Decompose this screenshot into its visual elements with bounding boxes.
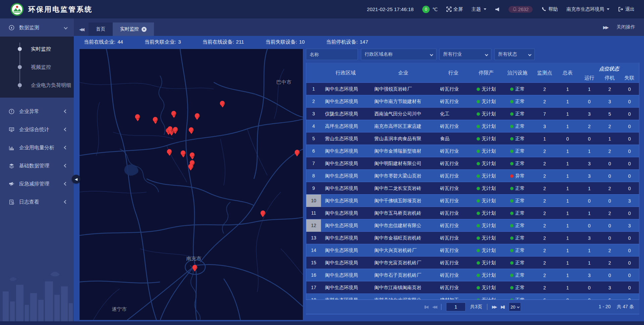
- last-page-button[interactable]: ▶▮: [501, 305, 504, 309]
- row-running: 1: [579, 260, 600, 266]
- row-region: 阆中生态环境局: [321, 248, 370, 254]
- map-collapse-button[interactable]: ◀: [72, 175, 80, 183]
- sidebar-item-power-load-detail[interactable]: 企业电力负荷明细: [0, 76, 74, 94]
- user-dropdown[interactable]: 南充市生态环境局: [567, 6, 609, 12]
- map-city-label: 遂宁市: [112, 306, 127, 312]
- sidebar-group-data-monitor[interactable]: 数据监测: [0, 18, 74, 37]
- sidebar-group-enterprise-stats[interactable]: 企业综合统计: [0, 120, 74, 139]
- map-pin-icon[interactable]: [190, 153, 195, 158]
- stat-item: 当前失联设备:10: [265, 39, 305, 45]
- col-company: 企业: [370, 70, 436, 76]
- row-monitor-points: 2: [533, 198, 556, 204]
- sidebar-group-power-analysis[interactable]: 企业用电量分析: [0, 139, 74, 157]
- row-monitor-points: 2: [533, 186, 556, 191]
- sidebar-group-emergency-reduction[interactable]: 应急减排管理: [0, 175, 74, 193]
- table-row[interactable]: 4 高坪生态环境局 南充市高坪区王家店建 砖瓦行业 无计划 正常: [306, 120, 639, 132]
- page-number-input[interactable]: [446, 303, 466, 311]
- sidebar-group-base-data[interactable]: 基础数据管理: [0, 157, 74, 175]
- tabs-scroll-right-button[interactable]: ▶▶: [603, 25, 608, 30]
- theme-dropdown[interactable]: 主题: [472, 6, 486, 12]
- row-company: 阆中市南方节能建材有: [370, 99, 436, 105]
- facility-status-text: 正常: [515, 260, 525, 266]
- tabs-scroll-left-button[interactable]: ◀◀: [74, 22, 89, 36]
- status-dot-icon: [510, 261, 514, 265]
- map-pin-icon[interactable]: [153, 117, 158, 122]
- sidebar-group-enterprise-abnormal[interactable]: 企业异常: [0, 102, 74, 120]
- sidebar-item-realtime-monitor[interactable]: 实时监控: [0, 40, 74, 58]
- table-row[interactable]: 10 阆中生态环境局 阆中千佛镇五郎垭页岩 砖瓦行业 无计划 正常: [306, 195, 639, 207]
- status-select[interactable]: 所有状态: [494, 49, 535, 60]
- row-region: 阆中生态环境局: [321, 223, 370, 229]
- row-monitor-points: 3: [533, 124, 556, 129]
- close-icon[interactable]: ×: [142, 27, 147, 32]
- table-row[interactable]: 18 南部生态环境局 南部县砂化水泥有限公 建材加工 无计划 正常: [306, 294, 639, 300]
- table-row[interactable]: 12 阆中生态环境局 阆中市忠信建材有限公 砖瓦行业 无计划 正常: [306, 219, 639, 232]
- row-total-meter: 1: [556, 198, 579, 204]
- top-header: 环保用电监管系统 2021-02-25 17:46:18 0 ℃ 全屏 主题: [0, 0, 644, 18]
- notifications-badge[interactable]: 2632: [508, 6, 533, 13]
- first-page-button[interactable]: ▮◀: [424, 305, 428, 309]
- industry-select[interactable]: 所有行业: [439, 49, 491, 60]
- speaker-mute-icon[interactable]: [495, 7, 500, 12]
- map-pin-icon[interactable]: [189, 127, 194, 132]
- row-region: 阆中生态环境局: [321, 185, 370, 192]
- sidebar-group-label: 日志查看: [19, 199, 39, 205]
- help-button[interactable]: 帮助: [541, 6, 558, 12]
- table-row[interactable]: 7 阆中生态环境局 阆中明阳建材有限公司 砖瓦行业 无计划 正常: [306, 157, 639, 170]
- stat-label: 当前在线设备:: [202, 39, 234, 45]
- map-pin-icon[interactable]: [181, 151, 186, 156]
- map-pin-icon[interactable]: [171, 111, 176, 116]
- table-row[interactable]: 17 阆中生态环境局 阆中市江南镇阆南页岩 砖瓦行业 无计划 正常: [306, 281, 639, 294]
- status-dot-icon: [510, 274, 514, 277]
- fullscreen-button[interactable]: 全屏: [446, 6, 463, 12]
- map-pin-icon[interactable]: [192, 265, 197, 270]
- page-size-select[interactable]: 20: [509, 303, 521, 311]
- region-select[interactable]: 行政区域名称: [361, 49, 436, 60]
- row-disconnected: 0: [620, 211, 639, 216]
- table-row[interactable]: 14 阆中生态环境局 阆中大兴页岩机砖厂 砖瓦行业 无计划 正常: [306, 244, 639, 257]
- prev-page-button[interactable]: ◀◀: [432, 305, 436, 309]
- table-row[interactable]: 1 阆中生态环境局 阆中强锐页岩砖厂 砖瓦行业 无计划 正常: [306, 83, 639, 95]
- map-panel[interactable]: 巴中市南充市遂宁市: [79, 49, 303, 320]
- logout-button[interactable]: 退出: [618, 6, 635, 12]
- table-row[interactable]: 9 阆中生态环境局 阆中市二龙长宝页岩砖 砖瓦行业 无计划 正常: [306, 182, 639, 195]
- next-page-button[interactable]: ▶▶: [492, 305, 496, 309]
- row-company: 南充市高坪区王家店建: [370, 123, 436, 129]
- table-row[interactable]: 3 仪陇生态环境局 西南油气田分公司川中 化工 无计划 正常: [306, 108, 639, 120]
- row-industry: 砖瓦行业: [436, 235, 471, 241]
- table-row[interactable]: 15 阆中生态环境局 阆中市光富页岩机砖厂 砖瓦行业 无计划 正常: [306, 257, 639, 269]
- table-row[interactable]: 13 阆中生态环境局 阆中市金福旺页岩机砖 砖瓦行业 无计划 正常: [306, 232, 639, 244]
- row-region: 高坪生态环境局: [321, 123, 370, 129]
- stop-status-text: 无计划: [482, 173, 496, 179]
- map-pin-icon[interactable]: [173, 127, 178, 132]
- phone-icon: [541, 7, 546, 12]
- tab-home[interactable]: 首页: [89, 22, 113, 36]
- row-region: 阆中生态环境局: [321, 198, 370, 204]
- map-pin-icon[interactable]: [168, 126, 173, 131]
- row-stopped: 0: [599, 273, 620, 278]
- map-pin-icon[interactable]: [195, 113, 200, 118]
- stop-status-text: 无计划: [482, 285, 496, 291]
- map-pin-icon[interactable]: [294, 150, 300, 155]
- map-pin-icon[interactable]: [167, 149, 172, 154]
- row-company: 阆中市枣碧大梁山页岩: [370, 173, 436, 179]
- sidebar-item-video-monitor[interactable]: 视频监控: [0, 58, 74, 76]
- row-disconnected: 0: [620, 235, 639, 241]
- map-pin-icon[interactable]: [220, 101, 225, 106]
- table-row[interactable]: 2 阆中生态环境局 阆中市南方节能建材有 砖瓦行业 无计划 正常: [306, 95, 639, 108]
- close-operations-button[interactable]: 关闭操作: [616, 24, 635, 30]
- sidebar-group-log-view[interactable]: 日志查看: [0, 193, 74, 211]
- tab-realtime-monitor[interactable]: 实时监控 ×: [113, 22, 154, 36]
- map-pin-icon[interactable]: [135, 114, 140, 119]
- stat-item: 当前在线企业:44: [84, 39, 123, 45]
- name-search-input[interactable]: [306, 49, 358, 60]
- map-pin-icon[interactable]: [188, 164, 193, 169]
- table-row[interactable]: 8 阆中生态环境局 阆中市枣碧大梁山页岩 砖瓦行业 无计划 异常: [306, 170, 639, 182]
- table-row[interactable]: 11 阆中生态环境局 阆中市五马桥页岩机砖 砖瓦行业 无计划 正常: [306, 207, 639, 219]
- map-pin-icon[interactable]: [260, 210, 265, 215]
- row-stop-status: 无计划: [471, 161, 502, 167]
- table-row[interactable]: 5 营山生态环境局 营山县润丰肉食品有限 食品 无计划 正常: [306, 132, 639, 145]
- table-row[interactable]: 16 阆中生态环境局 阆中市石子页岩机砖厂 砖瓦行业 无计划 正常: [306, 269, 639, 281]
- city-name: 南充市: [186, 256, 201, 261]
- table-row[interactable]: 6 阆中生态环境局 阆中市金博瑞新型墙材 砖瓦行业 无计划 正常: [306, 145, 639, 157]
